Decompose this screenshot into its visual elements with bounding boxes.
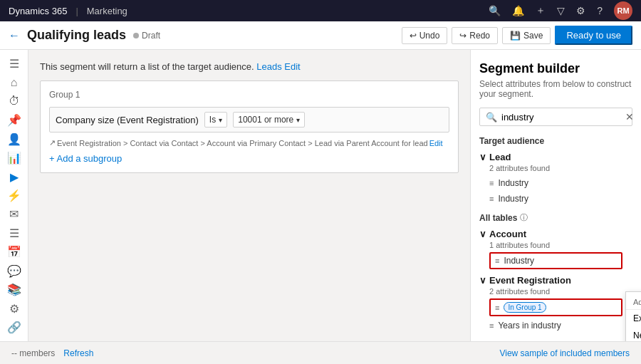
path-text: Event Registration > Contact via Contact… [57,139,428,147]
members-count: -- members [11,348,55,358]
in-group-badge: In Group 1 [504,302,546,313]
in-group-popup-container: ≡ In Group 1 Add item to Existing group … [479,298,632,316]
operator-chevron: ▾ [219,116,222,124]
edit-segment-link[interactable]: Edit [284,61,300,72]
top-nav: Dynamics 365 | Marketing 🔍 🔔 ＋ ▽ ⚙ ? RM [0,0,641,21]
draft-label: Draft [142,31,160,41]
group-title: Group 1 [49,90,449,100]
segment-panel: Segment builder Select attributes from b… [470,50,641,341]
settings-icon[interactable]: ⚙ [576,5,585,16]
account-chevron-icon: ∨ [479,229,486,239]
brand-section: Dynamics 365 | Marketing [9,6,127,16]
sidebar-list-icon[interactable]: ☰ [3,225,26,241]
sidebar-play-icon[interactable]: ▶ [3,169,26,184]
condition-row: Company size (Event Registration) Is ▾ 1… [49,107,449,132]
sidebar-recent-icon[interactable]: ⏱ [3,93,26,109]
refresh-link[interactable]: Refresh [63,348,93,358]
sidebar-hamburger-icon[interactable]: ☰ [3,56,26,71]
condition-value[interactable]: 10001 or more ▾ [233,112,305,128]
lead-industry-1[interactable]: ≡ Industry [479,175,632,191]
session-section-header[interactable]: › Session [479,339,632,341]
lead-count: 2 attributes found [489,164,632,172]
event-reg-count: 2 attributes found [489,287,632,296]
sidebar-chat-icon[interactable]: 💬 [3,263,26,279]
popup-menu: Add item to Existing group › New subgrou… [625,291,641,341]
sidebar-home-icon[interactable]: ⌂ [3,74,26,90]
new-subgroup-item[interactable]: New subgroup › [626,327,641,341]
sidebar-lightning-icon[interactable]: ⚡ [3,187,26,203]
sidebar-contacts-icon[interactable]: 👤 [3,131,26,147]
field-icon-3: ≡ [495,256,499,265]
target-audience-label: Target audience [479,136,632,146]
panel-subtitle: Select attributes from below to construc… [479,79,632,99]
session-section: › Session 1 attributes found [479,339,632,341]
search-input[interactable] [501,112,621,123]
event-registration-section: ∨ Event Registration 2 attributes found … [479,275,632,333]
path-icon: ↗ [49,138,56,147]
all-tables-label: All tables [479,213,517,223]
account-section-label: Account [489,229,526,239]
bell-icon[interactable]: 🔔 [512,5,524,16]
session-chevron-icon: › [479,339,482,341]
search-box: 🔍 ✕ [479,108,632,126]
lead-section-header[interactable]: ∨ Lead [479,152,632,162]
account-section-header[interactable]: ∨ Account [479,229,632,239]
value-chevron: ▾ [296,116,300,124]
search-icon[interactable]: 🔍 [489,5,501,16]
sidebar-link-icon[interactable]: 🔗 [3,320,26,336]
condition-field: Company size (Event Registration) [56,115,199,125]
search-clear-icon[interactable]: ✕ [625,111,634,123]
sidebar-email-icon[interactable]: ✉ [3,207,26,222]
sidebar-pin-icon[interactable]: 📌 [3,112,26,128]
save-icon: 💾 [510,31,521,41]
field-icon-4: ≡ [495,303,499,312]
nav-divider: | [75,6,78,16]
top-nav-right: 🔍 🔔 ＋ ▽ ⚙ ? RM [489,1,632,20]
in-group-item[interactable]: ≡ In Group 1 [489,298,622,316]
sidebar-gear-icon[interactable]: ⚙ [3,301,26,316]
field-icon: ≡ [489,179,494,187]
back-button[interactable]: ← [9,29,20,42]
second-nav: ← Qualifying leads Draft ↩ Undo ↪ Redo 💾… [0,21,641,50]
sidebar-calendar-icon[interactable]: 📅 [3,244,26,260]
undo-button[interactable]: ↩ Undo [402,27,448,44]
event-reg-section-label: Event Registration [489,275,571,286]
view-sample-link[interactable]: View sample of included members [499,348,630,358]
bottom-bar: -- members Refresh View sample of includ… [0,341,641,364]
audience-type-link[interactable]: Leads [256,61,281,72]
segment-info: This segment will return a list of the t… [40,61,459,72]
help-icon[interactable]: ? [597,5,603,16]
condition-operator[interactable]: Is ▾ [204,112,227,128]
brand-label: Dynamics 365 [9,6,67,16]
ready-button[interactable]: Ready to use [555,26,632,45]
main-layout: ☰ ⌂ ⏱ 📌 👤 📊 ▶ ⚡ ✉ ☰ 📅 💬 📚 ⚙ 🔗 This segme… [0,50,641,341]
event-reg-chevron-icon: ∨ [479,275,486,286]
account-industry-item[interactable]: ≡ Industry [489,252,622,269]
all-tables-help-icon[interactable]: ⓘ [520,212,528,223]
redo-button[interactable]: ↪ Redo [452,27,498,44]
nav-actions: ↩ Undo ↪ Redo 💾 Save Ready to use [402,26,632,45]
undo-icon: ↩ [410,31,417,41]
save-button[interactable]: 💾 Save [502,27,551,44]
event-reg-section-header[interactable]: ∨ Event Registration [479,275,632,286]
filter-icon[interactable]: ▽ [557,5,565,16]
existing-group-label: Existing group [633,313,641,323]
session-section-label: Session [485,339,521,341]
sidebar-segments-icon[interactable]: 📊 [3,150,26,165]
group-box: Group 1 Company size (Event Registration… [40,80,459,173]
add-icon[interactable]: ＋ [536,4,546,17]
add-subgroup-button[interactable]: + Add a subgroup [49,153,449,164]
draft-dot [133,33,139,38]
years-in-industry-item[interactable]: ≡ Years in industry [479,318,632,333]
field-icon-2: ≡ [489,194,494,203]
existing-group-item[interactable]: Existing group › [626,310,641,327]
lead-section: ∨ Lead 2 attributes found ≡ Industry ≡ I… [479,152,632,207]
draft-badge: Draft [133,31,160,41]
path-edit-link[interactable]: Edit [429,139,443,147]
lead-section-label: Lead [489,152,511,162]
avatar[interactable]: RM [614,1,632,20]
sidebar-left: ☰ ⌂ ⏱ 📌 👤 📊 ▶ ⚡ ✉ ☰ 📅 💬 📚 ⚙ 🔗 [0,50,28,341]
sidebar-books-icon[interactable]: 📚 [3,282,26,298]
main-content: This segment will return a list of the t… [28,50,470,341]
lead-industry-2[interactable]: ≡ Industry [479,191,632,207]
